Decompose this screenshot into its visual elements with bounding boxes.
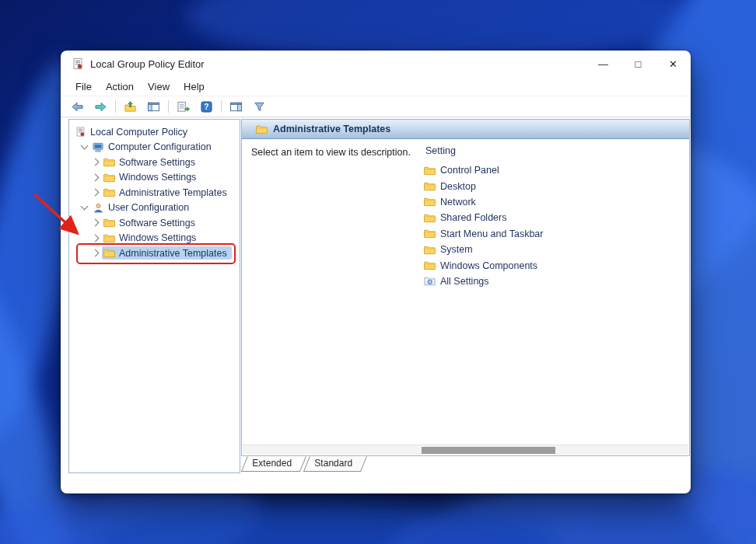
folder-icon bbox=[103, 233, 115, 243]
tree-node: Software Settings bbox=[102, 155, 200, 169]
close-button[interactable]: ✕ bbox=[656, 51, 691, 77]
folder-icon bbox=[103, 248, 115, 258]
tree-item-computer-configuration[interactable]: Computer Configuration bbox=[69, 140, 240, 155]
gpedit-window: Local Group Policy Editor —□✕ FileAction… bbox=[61, 51, 691, 493]
setting-item-label: System bbox=[440, 244, 473, 255]
maximize-button[interactable]: □ bbox=[621, 51, 656, 77]
tree-item-administrative-templates[interactable]: Administrative Templates bbox=[69, 246, 240, 261]
setting-item-desktop[interactable]: Desktop bbox=[424, 178, 689, 194]
computer-icon bbox=[93, 142, 104, 152]
tab-standard[interactable]: Standard bbox=[303, 456, 367, 472]
tree-item-user-configuration[interactable]: User Configuration bbox=[69, 201, 240, 216]
folder-icon bbox=[424, 228, 436, 239]
console-icon bbox=[75, 127, 86, 137]
setting-item-label: All Settings bbox=[440, 276, 489, 287]
menubar: FileActionViewHelp bbox=[61, 77, 691, 96]
show-console-tree-button[interactable] bbox=[145, 99, 163, 115]
export-list-button[interactable] bbox=[174, 99, 192, 115]
forward-button[interactable] bbox=[92, 99, 110, 115]
chevron-collapsed-icon[interactable] bbox=[92, 249, 100, 257]
details-pane-header: Administrative Templates bbox=[242, 120, 689, 139]
setting-item-label: Network bbox=[440, 197, 476, 207]
console-tree-pane: Local Computer PolicyComputer Configurat… bbox=[68, 119, 240, 473]
folder-icon bbox=[424, 166, 436, 176]
tree-item-windows-settings[interactable]: Windows Settings bbox=[69, 170, 240, 186]
toolbar-separator bbox=[168, 100, 169, 113]
tree-item-label: Administrative Templates bbox=[119, 248, 227, 259]
setting-item-shared-folders[interactable]: Shared Folders bbox=[424, 210, 689, 225]
description-text: Select an item to view its description. bbox=[242, 139, 421, 445]
tree-item-local-computer-policy[interactable]: Local Computer Policy bbox=[69, 124, 240, 140]
setting-item-windows-components[interactable]: Windows Components bbox=[424, 257, 689, 273]
horizontal-scrollbar[interactable] bbox=[243, 445, 688, 455]
settings-list: Control PanelDesktopNetworkShared Folder… bbox=[424, 162, 689, 289]
setting-item-label: Windows Components bbox=[440, 260, 537, 271]
chevron-expanded-icon[interactable] bbox=[81, 142, 89, 150]
menu-action[interactable]: Action bbox=[99, 78, 141, 95]
tree-item-label: User Configuration bbox=[108, 202, 189, 213]
setting-item-label: Start Menu and Taskbar bbox=[440, 228, 543, 239]
details-pane-title: Administrative Templates bbox=[273, 124, 390, 134]
minimize-button[interactable]: — bbox=[586, 51, 621, 77]
tree-item-label: Administrative Templates bbox=[119, 187, 227, 198]
back-button[interactable] bbox=[68, 99, 86, 115]
view-tabs: ExtendedStandard bbox=[247, 456, 366, 472]
tree-item-software-settings[interactable]: Software Settings bbox=[69, 155, 240, 170]
folder-icon bbox=[103, 187, 115, 197]
setting-item-label: Shared Folders bbox=[440, 212, 506, 223]
setting-column-header[interactable]: Setting bbox=[424, 144, 689, 162]
setting-item-all-settings[interactable]: All Settings bbox=[424, 274, 689, 289]
folder-icon bbox=[103, 173, 115, 183]
up-one-level-button[interactable] bbox=[121, 99, 139, 115]
tree-node: Windows Settings bbox=[102, 232, 201, 245]
tree-node: Windows Settings bbox=[102, 171, 201, 184]
chevron-collapsed-icon[interactable] bbox=[92, 159, 100, 166]
folder-icon bbox=[103, 157, 115, 167]
setting-item-system[interactable]: System bbox=[424, 242, 689, 257]
setting-item-network[interactable]: Network bbox=[424, 194, 689, 210]
tree-item-administrative-templates[interactable]: Administrative Templates bbox=[69, 185, 240, 201]
tree-node: Local Computer Policy bbox=[73, 125, 192, 138]
show-action-pane-button[interactable] bbox=[227, 99, 245, 115]
tree-node: Administrative Templates bbox=[102, 186, 232, 199]
toolbar: ? bbox=[61, 96, 691, 117]
svg-text:?: ? bbox=[204, 103, 208, 111]
folder-icon bbox=[424, 181, 436, 191]
folder-icon bbox=[424, 197, 436, 207]
details-pane: Administrative Templates Select an item … bbox=[241, 119, 690, 456]
chevron-collapsed-icon[interactable] bbox=[92, 234, 100, 242]
details-pane-body: Select an item to view its description. … bbox=[242, 139, 689, 445]
menu-file[interactable]: File bbox=[68, 78, 99, 95]
folder-icon bbox=[424, 245, 436, 255]
tree-item-label: Computer Configuration bbox=[108, 141, 212, 152]
chevron-collapsed-icon[interactable] bbox=[92, 189, 100, 197]
folder-icon bbox=[424, 260, 436, 270]
setting-item-start-menu-and-taskbar[interactable]: Start Menu and Taskbar bbox=[424, 226, 689, 242]
toolbar-separator bbox=[115, 100, 116, 113]
toolbar-separator bbox=[221, 100, 222, 113]
chevron-collapsed-icon[interactable] bbox=[92, 219, 100, 227]
filter-button[interactable] bbox=[250, 99, 268, 115]
folder-icon bbox=[256, 124, 268, 134]
tree-item-label: Software Settings bbox=[119, 218, 195, 228]
setting-item-label: Control Panel bbox=[440, 165, 499, 176]
help-button[interactable]: ? bbox=[198, 99, 215, 115]
tab-extended[interactable]: Extended bbox=[241, 456, 306, 472]
tree-node: User Configuration bbox=[91, 201, 194, 214]
window-content: Local Computer PolicyComputer Configurat… bbox=[61, 117, 691, 493]
chevron-collapsed-icon[interactable] bbox=[92, 173, 100, 181]
window-controls: —□✕ bbox=[586, 51, 691, 77]
horizontal-scrollbar-thumb[interactable] bbox=[422, 447, 555, 454]
tree-item-software-settings[interactable]: Software Settings bbox=[69, 215, 240, 231]
chevron-expanded-icon[interactable] bbox=[81, 203, 89, 211]
menu-view[interactable]: View bbox=[141, 78, 177, 95]
folder-icon bbox=[103, 218, 115, 228]
menu-help[interactable]: Help bbox=[177, 78, 212, 95]
tree-item-windows-settings[interactable]: Windows Settings bbox=[69, 231, 240, 246]
setting-item-control-panel[interactable]: Control Panel bbox=[424, 162, 689, 178]
titlebar[interactable]: Local Group Policy Editor —□✕ bbox=[61, 51, 691, 77]
all-settings-icon bbox=[424, 276, 436, 286]
tree-item-label: Software Settings bbox=[119, 157, 195, 168]
app-icon bbox=[72, 58, 84, 70]
user-icon bbox=[93, 203, 104, 213]
